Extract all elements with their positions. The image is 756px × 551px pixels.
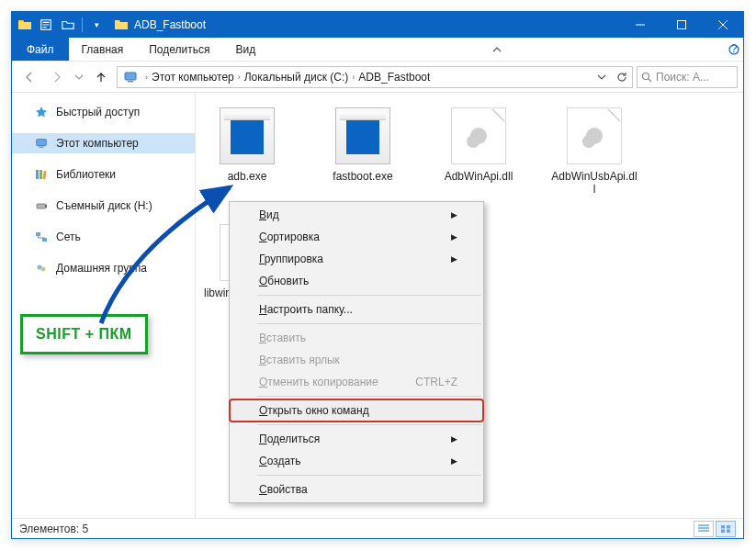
sidebar-item-removable-disk[interactable]: Съемный диск (H:): [12, 196, 195, 216]
context-menu-separator: [257, 424, 481, 425]
sidebar-item-homegroup[interactable]: Домашняя группа: [12, 258, 195, 278]
breadcrumb-segment[interactable]: Локальный диск (C:): [244, 71, 349, 84]
file-menu[interactable]: Файл: [12, 38, 69, 61]
svg-rect-5: [128, 81, 133, 83]
folder-icon: [17, 17, 32, 32]
context-menu: Вид▶Сортировка▶Группировка▶ОбновитьНастр…: [229, 201, 484, 503]
address-dropdown-button[interactable]: [592, 67, 612, 87]
nav-forward-button[interactable]: [45, 65, 69, 89]
sidebar-item-quick-access[interactable]: Быстрый доступ: [12, 102, 195, 122]
sidebar-item-label: Сеть: [56, 231, 81, 243]
svg-rect-20: [721, 529, 725, 533]
breadcrumb-segment[interactable]: Этот компьютер: [152, 71, 234, 84]
file-pane[interactable]: adb.exefastboot.exeAdbWinApi.dllAdbWinUs…: [196, 93, 743, 518]
titlebar: ▾ ADB_Fastboot: [12, 12, 743, 38]
svg-text:?: ?: [731, 44, 738, 55]
context-menu-item[interactable]: Поделиться▶: [230, 428, 483, 450]
usb-icon: [34, 198, 49, 213]
chevron-right-icon[interactable]: ›: [234, 73, 244, 82]
sidebar-item-label: Быстрый доступ: [56, 106, 140, 118]
svg-rect-15: [42, 238, 47, 242]
context-menu-label: Поделиться: [259, 433, 320, 445]
context-menu-item[interactable]: Настроить папку...: [230, 298, 483, 320]
svg-point-17: [41, 267, 46, 272]
ribbon-tabs: Файл Главная Поделиться Вид ?: [12, 38, 743, 62]
maximize-button[interactable]: [660, 12, 702, 38]
status-bar: Элементов: 5: [12, 518, 743, 538]
svg-rect-13: [45, 205, 47, 208]
file-label: AdbWinApi.dll: [445, 170, 513, 183]
chevron-right-icon[interactable]: ›: [348, 73, 358, 82]
tab-share[interactable]: Поделиться: [136, 38, 222, 61]
annotation-shortcut-label: SHIFT + ПКМ: [20, 314, 148, 354]
star-icon: [34, 105, 49, 119]
breadcrumb-segment[interactable]: ADB_Fastboot: [358, 71, 430, 84]
nav-up-button[interactable]: [89, 65, 113, 89]
submenu-arrow-icon: ▶: [451, 232, 457, 242]
search-placeholder: Поиск: A...: [656, 71, 733, 84]
sidebar-item-libraries[interactable]: Библиотеки: [12, 164, 195, 185]
svg-rect-12: [37, 204, 46, 208]
context-menu-separator: [257, 396, 481, 397]
explorer-window: ▾ ADB_Fastboot Файл Главная Поделиться В…: [11, 11, 744, 539]
context-menu-label: Открыть окно команд: [259, 404, 369, 417]
context-menu-separator: [257, 475, 481, 476]
file-item[interactable]: fastboot.exe: [319, 107, 407, 197]
file-item[interactable]: adb.exe: [203, 107, 291, 197]
svg-rect-21: [727, 529, 730, 533]
qat-new-folder-button[interactable]: [60, 17, 76, 33]
libraries-icon: [34, 167, 49, 182]
context-menu-label: Свойства: [259, 483, 308, 496]
sidebar-item-network[interactable]: Сеть: [12, 227, 195, 247]
minimize-button[interactable]: [619, 12, 660, 38]
context-menu-item[interactable]: Группировка▶: [230, 248, 483, 270]
file-item[interactable]: AdbWinUsbApi.dll: [550, 107, 638, 197]
context-menu-label: Создать: [259, 455, 301, 467]
svg-rect-1: [677, 21, 685, 29]
context-menu-label: Вставить: [259, 332, 306, 344]
submenu-arrow-icon: ▶: [451, 456, 457, 466]
navigation-sidebar: Быстрый доступ Этот компьютер Библиотеки…: [12, 93, 196, 518]
view-details-button[interactable]: [694, 521, 714, 537]
qat-properties-button[interactable]: [38, 17, 54, 33]
exe-icon: [335, 107, 390, 164]
svg-rect-10: [39, 170, 42, 179]
ribbon-expand-button[interactable]: [481, 38, 513, 61]
file-label: adb.exe: [228, 170, 267, 183]
context-menu-item[interactable]: Обновить: [230, 270, 483, 292]
context-menu-separator: [257, 323, 481, 324]
context-menu-item[interactable]: Свойства: [230, 478, 483, 500]
tab-view[interactable]: Вид: [222, 38, 268, 61]
status-item-count: Элементов: 5: [19, 523, 88, 535]
nav-recent-button[interactable]: [73, 65, 85, 89]
navigation-bar: › Этот компьютер › Локальный диск (C:) ›…: [12, 62, 743, 93]
context-menu-label: Отменить копирование: [259, 376, 378, 388]
exe-icon: [220, 107, 275, 164]
submenu-arrow-icon: ▶: [451, 254, 457, 264]
context-menu-separator: [257, 295, 481, 296]
search-input[interactable]: Поиск: A...: [637, 66, 738, 88]
svg-rect-19: [727, 525, 730, 529]
address-bar[interactable]: › Этот компьютер › Локальный диск (C:) ›…: [117, 66, 633, 88]
ribbon-help-button[interactable]: ?: [725, 38, 743, 61]
tab-home[interactable]: Главная: [69, 38, 137, 61]
context-menu-item: Вставить ярлык: [230, 349, 483, 371]
file-item[interactable]: AdbWinApi.dll: [434, 107, 523, 197]
context-menu-item[interactable]: Сортировка▶: [230, 226, 483, 248]
sidebar-item-label: Библиотеки: [56, 168, 116, 181]
sidebar-item-this-pc[interactable]: Этот компьютер: [12, 133, 195, 153]
file-label: AdbWinUsbApi.dll: [550, 170, 638, 197]
context-menu-item[interactable]: Вид▶: [230, 204, 483, 226]
context-menu-label: Обновить: [259, 275, 309, 287]
refresh-button[interactable]: [612, 67, 632, 87]
context-menu-item[interactable]: Открыть окно команд: [230, 399, 483, 422]
chevron-right-icon[interactable]: ›: [141, 73, 152, 82]
quick-access-toolbar: ▾: [12, 17, 110, 33]
qat-customize-button[interactable]: ▾: [88, 17, 105, 33]
context-menu-item: Вставить: [230, 327, 483, 349]
context-menu-item[interactable]: Создать▶: [230, 450, 483, 472]
close-button[interactable]: [702, 12, 743, 38]
view-large-icons-button[interactable]: [716, 521, 736, 537]
submenu-arrow-icon: ▶: [451, 210, 457, 219]
nav-back-button[interactable]: [17, 65, 41, 89]
